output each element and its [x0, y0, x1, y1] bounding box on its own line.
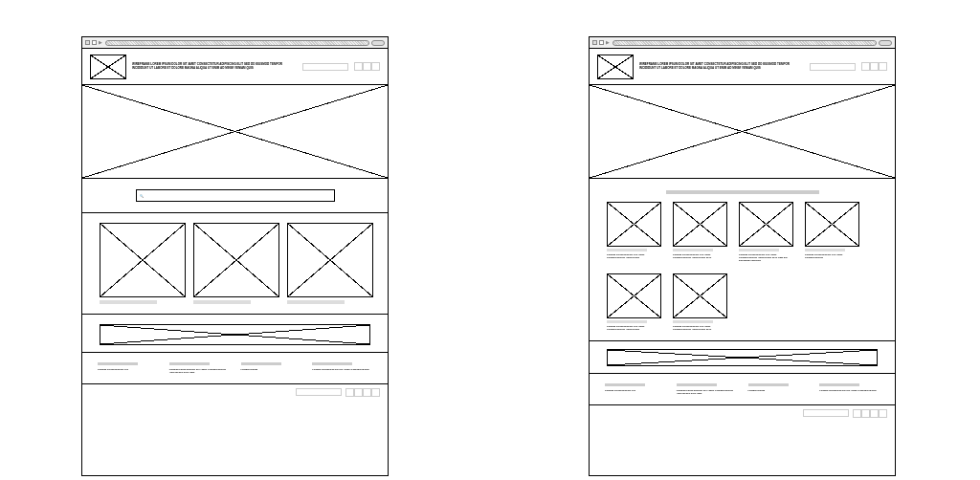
- section-heading-placeholder: [666, 190, 819, 194]
- search-section: 🔍: [82, 179, 388, 213]
- banner-image-placeholder[interactable]: [100, 324, 370, 345]
- footer-heading-placeholder: [748, 383, 789, 386]
- feature-card[interactable]: [287, 223, 373, 304]
- browser-back-icon[interactable]: [592, 40, 597, 45]
- browser-url-bar[interactable]: [612, 40, 877, 46]
- footer-column: LOREM IPSUM DOLOR SIT AMET CONSECTETUR: [819, 383, 880, 395]
- footer-heading-placeholder: [241, 362, 281, 365]
- hero-section: [590, 85, 895, 179]
- feature-card[interactable]: [100, 223, 186, 304]
- item-caption-placeholder: [805, 249, 845, 251]
- footer-column: LOREM IPSUM: [748, 383, 809, 395]
- bottom-icon[interactable]: [354, 388, 363, 397]
- list-item[interactable]: LOREM IPSUM DOLOR SIT AMET CONSECTETUR A…: [673, 202, 727, 262]
- footer-text: LOREM IPSUM: [748, 389, 809, 392]
- footer-column: LOREM IPSUM DOLOR SIT: [605, 383, 665, 395]
- footer-column: LOREM IPSUM DOLOR SIT AMET CONSECTETUR: [312, 362, 372, 374]
- item-caption-placeholder: [673, 320, 713, 323]
- card-image-placeholder: [100, 223, 186, 297]
- bottom-input[interactable]: [296, 388, 342, 396]
- header-icon[interactable]: [371, 62, 380, 71]
- footer-heading-placeholder: [169, 362, 210, 365]
- page-header: WIREFRAME LOREM IPSUM DOLOR SIT AMET CON…: [82, 49, 388, 85]
- footer-text: LOREM IPSUM DOLOR SIT AMET CONSECTETUR A…: [169, 368, 230, 374]
- item-image-placeholder: [607, 273, 661, 318]
- wireframe-listing: ▶ WIREFRAME LOREM IPSUM DOLOR SIT AMET C…: [589, 36, 896, 476]
- header-icon[interactable]: [870, 62, 879, 71]
- item-image-placeholder: [607, 202, 661, 247]
- bottom-bar: [590, 405, 895, 422]
- bottom-icon[interactable]: [345, 388, 354, 397]
- wireframe-home: ▶ WIREFRAME LOREM IPSUM DOLOR SIT AMET C…: [81, 36, 389, 476]
- banner-image-placeholder[interactable]: [607, 349, 878, 366]
- feature-card[interactable]: [193, 223, 279, 304]
- item-caption-placeholder: [607, 320, 647, 323]
- list-item[interactable]: LOREM IPSUM DOLOR SIT AMET CONSECTETUR: [805, 202, 859, 262]
- list-item[interactable]: LOREM IPSUM DOLOR SIT AMET CONSECTETUR A…: [739, 202, 793, 262]
- browser-forward-icon[interactable]: ▶: [606, 40, 611, 45]
- footer-text: LOREM IPSUM DOLOR SIT AMET CONSECTETUR: [819, 389, 880, 392]
- bottom-icon[interactable]: [371, 388, 380, 397]
- listing-section: LOREM IPSUM DOLOR SIT AMET CONSECTETUR A…: [590, 179, 895, 341]
- browser-stop-icon[interactable]: [92, 40, 97, 45]
- bottom-input[interactable]: [803, 409, 849, 417]
- browser-url-bar[interactable]: [105, 40, 369, 46]
- card-caption-placeholder: [100, 300, 157, 304]
- footer: LOREM IPSUM DOLOR SIT LOREM IPSUM DOLOR …: [82, 353, 388, 384]
- bottom-bar: [82, 384, 388, 401]
- browser-stop-icon[interactable]: [599, 40, 604, 45]
- card-image-placeholder: [193, 223, 279, 297]
- browser-go-button[interactable]: [371, 40, 385, 46]
- header-icon[interactable]: [861, 62, 870, 71]
- browser-forward-icon[interactable]: ▶: [99, 40, 103, 45]
- logo-placeholder[interactable]: [90, 55, 126, 79]
- banner-section: [82, 315, 388, 353]
- list-item[interactable]: LOREM IPSUM DOLOR SIT AMET CONSECTETUR A…: [607, 202, 661, 262]
- tagline-text: WIREFRAME LOREM IPSUM DOLOR SIT AMET CON…: [132, 63, 297, 70]
- footer-column: LOREM IPSUM DOLOR SIT AMET CONSECTETUR A…: [169, 362, 230, 374]
- hero-image-placeholder: [590, 85, 895, 178]
- browser-back-icon[interactable]: [85, 40, 90, 45]
- bottom-icon[interactable]: [363, 388, 371, 397]
- card-caption-placeholder: [287, 300, 345, 304]
- card-image-placeholder: [287, 223, 373, 297]
- footer-text: LOREM IPSUM: [241, 368, 301, 371]
- footer-heading-placeholder: [605, 383, 645, 386]
- header-search-input[interactable]: [302, 63, 348, 71]
- footer-column: LOREM IPSUM DOLOR SIT AMET CONSECTETUR A…: [677, 383, 737, 395]
- footer-text: LOREM IPSUM DOLOR SIT AMET CONSECTETUR A…: [677, 389, 737, 395]
- item-image-placeholder: [739, 202, 793, 247]
- header-icon-group: [861, 62, 887, 71]
- browser-go-button[interactable]: [879, 40, 892, 46]
- listing-grid: LOREM IPSUM DOLOR SIT AMET CONSECTETUR A…: [607, 202, 878, 331]
- page-header: WIREFRAME LOREM IPSUM DOLOR SIT AMET CON…: [590, 49, 895, 85]
- header-icon[interactable]: [363, 62, 371, 71]
- footer-text: LOREM IPSUM DOLOR SIT: [98, 368, 158, 371]
- logo-placeholder[interactable]: [597, 55, 634, 79]
- card-caption-placeholder: [193, 300, 251, 304]
- bottom-icon[interactable]: [861, 409, 870, 418]
- hero-section: [82, 85, 388, 179]
- bottom-icon[interactable]: [870, 409, 879, 418]
- bottom-icon-group: [345, 388, 380, 397]
- footer-column: LOREM IPSUM: [241, 362, 301, 374]
- item-description: LOREM IPSUM DOLOR SIT AMET CONSECTETUR A…: [607, 325, 661, 331]
- list-item[interactable]: LOREM IPSUM DOLOR SIT AMET CONSECTETUR A…: [607, 273, 661, 331]
- banner-section: [590, 341, 895, 374]
- footer-heading-placeholder: [98, 362, 138, 365]
- footer: LOREM IPSUM DOLOR SIT LOREM IPSUM DOLOR …: [590, 374, 895, 405]
- bottom-icon[interactable]: [853, 409, 861, 418]
- header-icon[interactable]: [879, 62, 887, 71]
- header-icon[interactable]: [354, 62, 363, 71]
- header-search-input[interactable]: [810, 63, 856, 71]
- main-search-input[interactable]: 🔍: [136, 189, 335, 202]
- list-item[interactable]: LOREM IPSUM DOLOR SIT AMET CONSECTETUR A…: [673, 273, 727, 331]
- footer-heading-placeholder: [819, 383, 859, 386]
- browser-chrome: ▶: [82, 37, 388, 49]
- browser-chrome: ▶: [590, 37, 895, 49]
- footer-text: LOREM IPSUM DOLOR SIT: [605, 389, 665, 392]
- bottom-icon-group: [853, 409, 887, 418]
- bottom-icon[interactable]: [879, 409, 887, 418]
- footer-text: LOREM IPSUM DOLOR SIT AMET CONSECTETUR: [312, 368, 372, 371]
- item-description: LOREM IPSUM DOLOR SIT AMET CONSECTETUR A…: [673, 325, 727, 331]
